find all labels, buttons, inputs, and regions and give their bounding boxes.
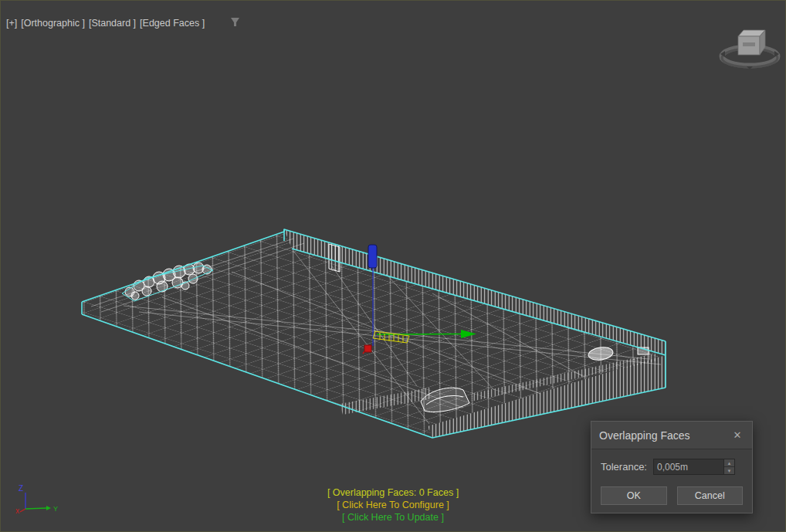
spinner-down-icon[interactable]: ▼	[724, 467, 734, 474]
spinner-up-icon[interactable]: ▲	[724, 459, 734, 467]
tolerance-field: ▲ ▼	[653, 459, 735, 475]
dialog-body: Tolerance: ▲ ▼ OK Cancel	[591, 449, 752, 513]
tolerance-label: Tolerance:	[601, 461, 647, 473]
dialog-title: Overlapping Faces	[599, 429, 730, 442]
per-view-filter-icon[interactable]	[213, 5, 241, 41]
viewport-menu-shading[interactable]: [Edged Faces ]	[140, 18, 205, 29]
viewport-menu-pov[interactable]: [Orthographic ]	[21, 18, 85, 29]
close-icon[interactable]: ✕	[730, 429, 744, 442]
ok-button[interactable]: OK	[601, 486, 667, 505]
gizmo-z-handle[interactable]	[368, 245, 377, 268]
viewcube[interactable]	[720, 30, 779, 69]
viewport-menu-general[interactable]: [+]	[6, 18, 17, 29]
gizmo-x-handle[interactable]	[364, 345, 371, 352]
viewport-canvas[interactable]: Z x Y [+] [Orthographic ] [Standard ] [E…	[0, 0, 786, 532]
dialog-title-bar[interactable]: Overlapping Faces ✕	[591, 422, 752, 449]
cancel-button[interactable]: Cancel	[677, 486, 744, 505]
viewport-menu-style[interactable]: [Standard ]	[89, 18, 136, 29]
tolerance-input[interactable]	[654, 459, 723, 474]
tolerance-spinner: ▲ ▼	[723, 459, 734, 474]
gizmo-y-axis[interactable]	[377, 334, 461, 335]
overlapping-faces-dialog: Overlapping Faces ✕ Tolerance: ▲ ▼ OK Ca…	[591, 421, 753, 513]
viewport-label: [+] [Orthographic ] [Standard ] [Edged F…	[6, 5, 241, 41]
